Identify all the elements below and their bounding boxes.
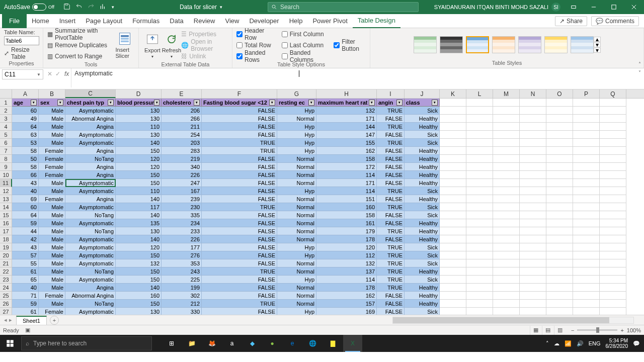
- cell[interactable]: TRUE: [377, 227, 405, 235]
- cell[interactable]: [600, 163, 626, 171]
- cell[interactable]: [520, 155, 546, 163]
- cell[interactable]: 219: [162, 155, 202, 163]
- cell[interactable]: 130: [116, 107, 162, 115]
- cell[interactable]: Sick: [405, 251, 440, 259]
- cell[interactable]: [546, 300, 573, 308]
- filter-icon[interactable]: ▾: [57, 100, 63, 106]
- cell[interactable]: [600, 308, 626, 315]
- cell[interactable]: 266: [162, 115, 202, 123]
- cell[interactable]: Male: [39, 219, 65, 227]
- edge-icon[interactable]: e: [283, 335, 302, 352]
- cell[interactable]: 120: [116, 243, 162, 251]
- cell[interactable]: Asymptomatic: [65, 219, 116, 227]
- cell[interactable]: Abnormal Angina: [65, 292, 116, 300]
- tab-home[interactable]: Home: [27, 14, 54, 28]
- table-header-cell[interactable]: angin▾: [377, 99, 405, 107]
- row-header[interactable]: 22: [0, 267, 12, 276]
- cell[interactable]: [466, 227, 493, 235]
- cell[interactable]: [520, 259, 546, 267]
- row-header[interactable]: 21: [0, 259, 12, 267]
- notifications-icon[interactable]: 💬: [633, 340, 640, 347]
- cell[interactable]: Hyp: [277, 139, 316, 147]
- cell[interactable]: 137: [316, 267, 377, 276]
- cell[interactable]: [440, 276, 466, 284]
- cell[interactable]: [520, 219, 546, 227]
- cell[interactable]: 130: [116, 115, 162, 123]
- cell[interactable]: [440, 235, 466, 243]
- row-header[interactable]: 2: [0, 107, 12, 115]
- col-header-N[interactable]: N: [520, 89, 546, 98]
- table-style-thumb[interactable]: [466, 36, 489, 53]
- cell[interactable]: Male: [39, 179, 65, 187]
- cell[interactable]: 140: [116, 235, 162, 243]
- cell[interactable]: [600, 123, 626, 131]
- cell[interactable]: [520, 243, 546, 251]
- cell[interactable]: [493, 195, 520, 203]
- export-button[interactable]: Export▾: [143, 32, 162, 59]
- cell[interactable]: Sick: [405, 211, 440, 219]
- filter-icon[interactable]: ▾: [154, 100, 159, 106]
- cell[interactable]: Healthy: [405, 123, 440, 131]
- cell[interactable]: 162: [316, 292, 377, 300]
- cell[interactable]: Male: [39, 235, 65, 243]
- cell[interactable]: [493, 243, 520, 251]
- cell[interactable]: [493, 259, 520, 267]
- zoom-in-icon[interactable]: +: [620, 327, 623, 333]
- zoom-control[interactable]: − + 100%: [571, 327, 641, 333]
- cell[interactable]: [466, 235, 493, 243]
- cell[interactable]: [600, 243, 626, 251]
- cell[interactable]: [600, 139, 626, 147]
- cell[interactable]: [466, 195, 493, 203]
- cell[interactable]: 199: [162, 284, 202, 292]
- cell[interactable]: [573, 292, 600, 300]
- cell[interactable]: [546, 211, 573, 219]
- cell[interactable]: FALSE: [202, 131, 277, 139]
- file-explorer-icon[interactable]: 📁: [182, 335, 201, 352]
- cell[interactable]: TRUE: [377, 123, 405, 131]
- taskbar-search[interactable]: ⌕ Type here to search: [21, 336, 152, 350]
- table-style-thumb[interactable]: [544, 36, 568, 53]
- cell[interactable]: [600, 171, 626, 179]
- cell[interactable]: 150: [116, 171, 162, 179]
- col-header-B[interactable]: B: [39, 89, 65, 98]
- cell[interactable]: [520, 308, 546, 315]
- cell[interactable]: 161: [316, 219, 377, 227]
- cell[interactable]: 178: [316, 235, 377, 243]
- spreadsheet-grid[interactable]: ABCDEFGHIJKLMNOPQ 1age▾sex▾chest pain ty…: [0, 89, 644, 315]
- col-header-E[interactable]: E: [162, 89, 202, 98]
- amazon-icon[interactable]: a: [222, 335, 242, 352]
- cell[interactable]: [466, 276, 493, 284]
- cell[interactable]: TRUE: [377, 284, 405, 292]
- cell[interactable]: 58: [12, 147, 39, 155]
- cell[interactable]: 40: [12, 284, 39, 292]
- cell[interactable]: [440, 139, 466, 147]
- cell[interactable]: [466, 292, 493, 300]
- cell[interactable]: [573, 300, 600, 308]
- cell[interactable]: FALSE: [377, 171, 405, 179]
- cell[interactable]: FALSE: [202, 155, 277, 163]
- cell[interactable]: [600, 195, 626, 203]
- cell[interactable]: [546, 107, 573, 115]
- cell[interactable]: Female: [39, 147, 65, 155]
- cell[interactable]: 135: [116, 219, 162, 227]
- cell[interactable]: 160: [116, 292, 162, 300]
- cell[interactable]: [440, 227, 466, 235]
- excel-icon[interactable]: X: [343, 335, 362, 352]
- cell[interactable]: [493, 300, 520, 308]
- cell[interactable]: [546, 155, 573, 163]
- cell[interactable]: NoTang: [65, 300, 116, 308]
- cell[interactable]: FALSE: [202, 251, 277, 259]
- cell[interactable]: [520, 179, 546, 187]
- cell[interactable]: Asymptomatic: [65, 259, 116, 267]
- cell[interactable]: [440, 211, 466, 219]
- cell[interactable]: [573, 259, 600, 267]
- cell[interactable]: [493, 123, 520, 131]
- cell[interactable]: FALSE: [377, 211, 405, 219]
- cell[interactable]: Asymptomatic: [65, 131, 116, 139]
- save-icon[interactable]: [63, 3, 70, 12]
- cell[interactable]: Hyp: [277, 107, 316, 115]
- cell[interactable]: 63: [12, 131, 39, 139]
- formula-input[interactable]: Asymptomatic: [71, 68, 635, 87]
- qat-more-icon[interactable]: ▾: [112, 5, 114, 10]
- cell[interactable]: [600, 203, 626, 211]
